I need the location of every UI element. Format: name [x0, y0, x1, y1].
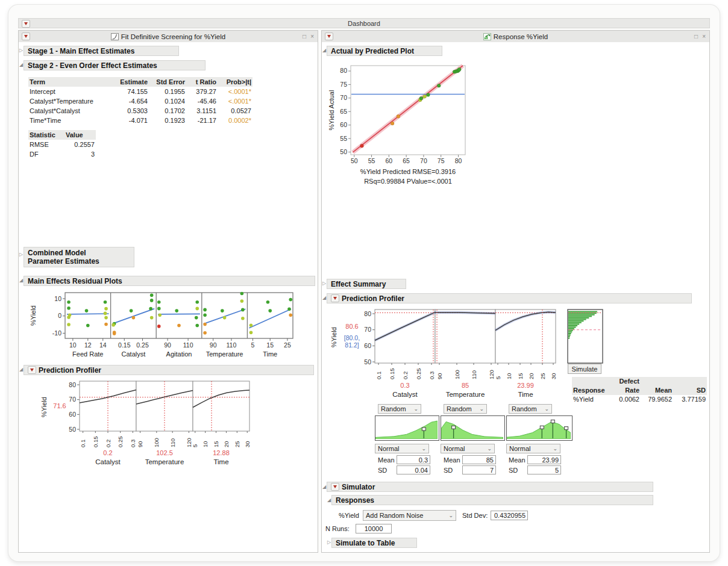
red-triangle-icon	[333, 297, 337, 300]
residuals-header[interactable]: Main Effects Residual Plots	[24, 276, 315, 286]
mean-input-catalyst[interactable]	[397, 455, 430, 464]
random-dropdown-time[interactable]: Random⌄	[509, 404, 552, 414]
dist-dropdown-temperature[interactable]: Normal⌄	[441, 444, 495, 453]
profiler-red-triangle-menu-button[interactable]	[331, 294, 339, 302]
sd-input-temperature[interactable]	[462, 465, 496, 474]
svg-text:30: 30	[244, 441, 251, 447]
svg-text:90: 90	[164, 341, 171, 349]
svg-text:55: 55	[368, 157, 375, 164]
column-header: Value	[64, 130, 96, 140]
noise-option-dropdown[interactable]: Add Random Noise⌄	[363, 510, 456, 521]
svg-text:Time: Time	[213, 458, 228, 465]
svg-text:Time: Time	[518, 391, 533, 398]
dist-dropdown-time[interactable]: Normal⌄	[506, 444, 560, 453]
svg-text:Feed Rate: Feed Rate	[72, 350, 103, 358]
dashboard-window: Dashboard Fit Definitive Screening for %…	[8, 5, 720, 561]
actual-by-predicted-plot: 5055606570758050556065707580%Yield Actua…	[328, 58, 497, 185]
svg-text:0.15: 0.15	[118, 341, 131, 349]
mean-label: Mean	[444, 456, 460, 464]
close-button[interactable]: ×	[310, 33, 314, 40]
disclosure-triangle-collapsed[interactable]: ▷	[19, 252, 23, 257]
right-profiler-header[interactable]: Prediction Profiler	[327, 293, 692, 303]
effect-summary-header[interactable]: Effect Summary	[327, 279, 406, 289]
svg-text:5: 5	[192, 444, 198, 447]
std-dev-input[interactable]	[491, 511, 528, 520]
svg-text:50: 50	[69, 426, 76, 433]
svg-text:70: 70	[340, 94, 347, 101]
chevron-down-icon: ⌄	[413, 406, 418, 412]
right-prediction-profiler-plot[interactable]: 80706050%Yield80.6[80.0,81.2]0.10.150.20…	[328, 306, 613, 403]
svg-text:%Yield Actual: %Yield Actual	[328, 90, 335, 131]
simulator-header[interactable]: Simulator	[327, 482, 653, 492]
svg-text:0.3: 0.3	[400, 382, 409, 389]
response-yield-label: %Yield	[339, 512, 359, 519]
std-error-cell: 0.1702	[149, 106, 186, 116]
svg-text:RSq=0.99884 PValue=<.0001: RSq=0.99884 PValue=<.0001	[364, 178, 452, 185]
disclosure-triangle-expanded[interactable]: ◢	[322, 48, 326, 53]
dist-dropdown-catalyst[interactable]: Normal⌄	[375, 444, 429, 453]
responses-header[interactable]: Responses	[331, 495, 653, 505]
random-dropdown-catalyst[interactable]: Random⌄	[378, 404, 421, 414]
svg-text:25: 25	[234, 441, 240, 447]
column-header	[572, 377, 612, 386]
mean-input-temperature[interactable]	[462, 455, 496, 464]
disclosure-triangle-expanded[interactable]: ◢	[19, 278, 23, 283]
disclosure-triangle-expanded[interactable]: ◢	[327, 498, 331, 503]
dashboard-red-triangle-menu-button[interactable]	[22, 20, 30, 28]
stage2-header[interactable]: Stage 2 - Even Order Effect Estimates	[24, 60, 206, 70]
n-runs-input[interactable]	[356, 524, 392, 533]
sd-input-time[interactable]	[527, 465, 561, 474]
simulate-button[interactable]: Simulate	[568, 364, 601, 374]
svg-text:Temperature: Temperature	[145, 458, 184, 465]
disclosure-triangle-collapsed[interactable]: ▷	[322, 281, 326, 286]
abp-header[interactable]: Actual by Predicted Plot	[327, 46, 442, 56]
distribution-strip-catalyst[interactable]	[375, 415, 439, 441]
disclosure-triangle-expanded[interactable]: ◢	[322, 296, 326, 300]
distribution-strip-time[interactable]	[506, 415, 573, 441]
t-ratio-cell: 3.1151	[186, 106, 218, 116]
minimize-button[interactable]: □	[303, 33, 306, 40]
profiler-red-triangle-menu-button[interactable]	[28, 366, 36, 374]
minimize-button[interactable]: □	[694, 33, 698, 40]
svg-text:Agitation: Agitation	[166, 350, 192, 358]
disclosure-triangle-collapsed[interactable]: ▷	[19, 48, 23, 53]
disclosure-triangle-collapsed[interactable]: ▷	[327, 540, 331, 545]
left-prediction-profiler-plot[interactable]: 80706050%Yield71.60.10.150.20.250.30.2Ca…	[28, 378, 287, 470]
svg-text:-10: -10	[52, 329, 61, 337]
disclosure-triangle-expanded[interactable]: ◢	[322, 485, 326, 490]
svg-text:75: 75	[438, 157, 445, 164]
chevron-down-icon: ⌄	[448, 512, 453, 518]
mean-input-time[interactable]	[527, 455, 561, 464]
column-header: Std Error	[149, 77, 186, 87]
svg-text:65: 65	[340, 108, 347, 115]
svg-text:0.3: 0.3	[130, 440, 136, 447]
svg-text:%Yield: %Yield	[30, 305, 37, 326]
close-button[interactable]: ×	[702, 33, 706, 40]
estimate-cell: -4.654	[114, 96, 149, 106]
simulator-red-triangle-menu-button[interactable]	[331, 483, 339, 491]
svg-text:80: 80	[364, 310, 371, 317]
n-runs-label: N Runs:	[325, 525, 350, 532]
svg-text:80: 80	[69, 381, 76, 388]
column-header: Estimate	[114, 77, 149, 87]
random-dropdown-temperature[interactable]: Random⌄	[444, 404, 487, 414]
stage1-header[interactable]: Stage 1 - Main Effect Estimates	[24, 46, 179, 56]
simulate-to-table-header[interactable]: Simulate to Table	[331, 538, 417, 548]
svg-text:15: 15	[213, 441, 219, 447]
sd-input-catalyst[interactable]	[397, 465, 430, 474]
combined-model-header[interactable]: Combined Model Parameter Estimates	[24, 247, 134, 267]
svg-text:0.25: 0.25	[117, 437, 124, 448]
svg-text:23.99: 23.99	[517, 382, 534, 389]
left-panel-red-triangle-menu-button[interactable]	[22, 33, 30, 40]
disclosure-triangle-expanded[interactable]: ◢	[19, 63, 23, 67]
svg-text:70: 70	[420, 157, 427, 164]
disclosure-triangle-expanded[interactable]: ◢	[19, 367, 23, 372]
dashboard-title-bar: Dashboard	[18, 18, 710, 28]
distribution-strip-temperature[interactable]	[441, 415, 505, 441]
right-panel-red-triangle-menu-button[interactable]	[325, 33, 333, 40]
left-profiler-header[interactable]: Prediction Profiler	[24, 365, 314, 375]
estimate-cell: 74.155	[114, 87, 149, 96]
svg-text:10: 10	[69, 341, 77, 349]
column-header: Prob>|t|	[218, 77, 253, 87]
svg-text:Catalyst: Catalyst	[95, 458, 121, 465]
